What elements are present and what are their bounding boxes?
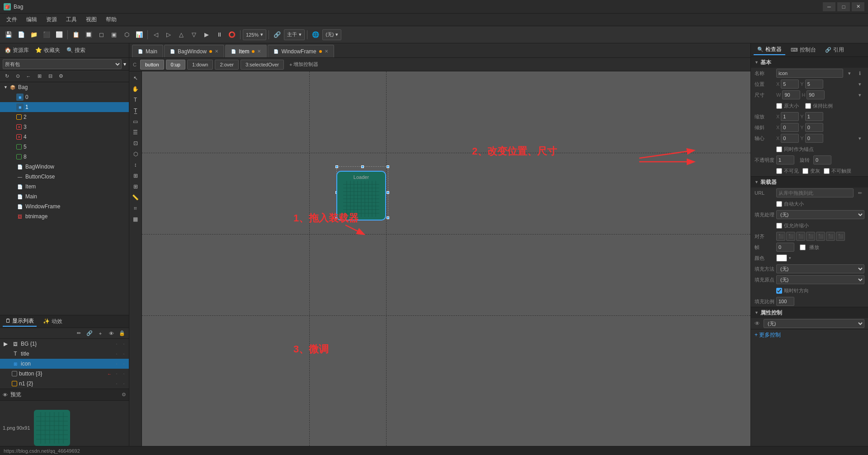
fill-method-select[interactable]: (无): [776, 264, 864, 273]
tree-item-btnimage[interactable]: 🖼 btnimage: [0, 211, 129, 221]
tool-frame[interactable]: ⊡: [131, 138, 141, 148]
tree-item-1[interactable]: ◼ 1: [0, 102, 129, 112]
scale-x-input[interactable]: [781, 112, 799, 121]
tool-scroll[interactable]: ↕: [131, 160, 141, 170]
tree-item-bagwindow[interactable]: 📄 BagWindow: [0, 162, 129, 172]
frame-input[interactable]: [776, 243, 794, 252]
pos-y-input[interactable]: [805, 80, 823, 89]
dl-bg-btn1[interactable]: ·: [113, 341, 120, 347]
name-info-btn[interactable]: ℹ: [856, 69, 865, 78]
position-dropdown-btn[interactable]: ▾: [855, 80, 864, 89]
tb-save[interactable]: 💾: [3, 29, 14, 41]
tb-arrow-right[interactable]: ▷: [163, 29, 175, 41]
tree-item-3[interactable]: ✕ 3: [0, 122, 129, 132]
tool-ruler[interactable]: 📏: [131, 192, 141, 202]
tree-item-4[interactable]: ✕ 4: [0, 132, 129, 142]
lt-settings[interactable]: ⚙: [56, 72, 66, 81]
tool-more[interactable]: ▦: [131, 214, 141, 224]
color-arrow-icon[interactable]: ▾: [789, 256, 791, 260]
tree-item-main[interactable]: 📄 Main: [0, 192, 129, 202]
skew-x-input[interactable]: [781, 123, 799, 132]
pivot-x-input[interactable]: [781, 134, 799, 143]
rt-tab-console[interactable]: ⌨ 控制台: [787, 45, 820, 55]
fill-handling-select[interactable]: (无): [776, 210, 864, 219]
tree-item-0[interactable]: ◼ 0: [0, 92, 129, 102]
menu-view[interactable]: 视图: [81, 15, 101, 24]
dl-edit[interactable]: ✏: [74, 329, 84, 338]
zoom-dropdown[interactable]: 125% ▾: [243, 29, 266, 40]
tool-crop[interactable]: ⌗: [131, 203, 141, 213]
align-vmid[interactable]: ⬛: [816, 232, 825, 241]
tb-btn10[interactable]: 📊: [133, 29, 145, 41]
tb-open[interactable]: 📁: [28, 29, 40, 41]
play-checkbox[interactable]: [800, 244, 806, 250]
skew-y-input[interactable]: [805, 123, 823, 132]
align-center[interactable]: ⬛: [786, 232, 795, 241]
tree-item-8[interactable]: 8: [0, 152, 129, 162]
opacity-input[interactable]: [776, 155, 794, 164]
lt-layout1[interactable]: ⊞: [34, 72, 44, 81]
original-size-checkbox[interactable]: [776, 103, 782, 109]
lt-refresh[interactable]: ↻: [2, 72, 12, 81]
dl-item-icon[interactable]: ⊞ icon · ·: [0, 359, 129, 369]
dl-item-title[interactable]: T title · ·: [0, 349, 129, 359]
pivot-y-input[interactable]: [805, 134, 823, 143]
tb-save3[interactable]: ⬜: [53, 29, 65, 41]
menu-tools[interactable]: 工具: [61, 15, 81, 24]
state-1[interactable]: 1:down: [187, 60, 213, 70]
basic-section-header[interactable]: ▼ 基本: [751, 57, 868, 68]
dl-icon-btn1[interactable]: ·: [113, 361, 120, 367]
clockwise-checkbox[interactable]: [776, 288, 782, 294]
fill-origin-select[interactable]: (无): [776, 275, 864, 284]
more-controls-btn[interactable]: + 更多控制: [755, 331, 781, 339]
tab-animation[interactable]: ✨ 动效: [40, 317, 65, 326]
align-top[interactable]: ⬛: [806, 232, 815, 241]
handle-br[interactable]: [387, 216, 389, 219]
preview-settings-icon[interactable]: ⚙: [122, 392, 126, 398]
dl-item-bg[interactable]: ▶ 🖼 BG {1} · ·: [0, 339, 129, 349]
minimize-button[interactable]: ─: [823, 2, 835, 11]
branch-dropdown[interactable]: 主干 ▾: [284, 29, 305, 40]
tb-btn5[interactable]: 📋: [70, 29, 82, 41]
tree-item-2[interactable]: 2: [0, 112, 129, 122]
attr-visible-select[interactable]: (无): [764, 319, 864, 328]
menu-edit[interactable]: 编辑: [22, 15, 42, 24]
tool-list[interactable]: ☰: [131, 127, 141, 137]
handle-tl[interactable]: [335, 165, 338, 168]
tab-main[interactable]: 📄 Main: [132, 45, 163, 57]
pivot-dropdown-btn[interactable]: ▾: [855, 134, 864, 143]
url-input[interactable]: [776, 188, 854, 197]
color-swatch[interactable]: [776, 254, 787, 262]
tool-shape[interactable]: ▭: [131, 117, 141, 127]
rotate-input[interactable]: [813, 155, 831, 164]
assets-tab[interactable]: 🏠 资源库: [3, 46, 31, 55]
grayed-checkbox[interactable]: [802, 168, 808, 174]
tb-arrow-up[interactable]: △: [175, 29, 187, 41]
tab-display-list[interactable]: 🗒 显示列表: [3, 316, 37, 327]
tree-item-item[interactable]: 📄 Item: [0, 182, 129, 192]
tab-windowframe[interactable]: 📄 WindowFrame ✕: [268, 45, 334, 57]
close-button[interactable]: ✕: [852, 2, 864, 11]
state-0[interactable]: 0:up: [166, 60, 185, 70]
favorites-tab[interactable]: ⭐ 收藏夹: [33, 46, 61, 55]
tb-link[interactable]: 🔗: [271, 29, 283, 41]
state-2[interactable]: 2:over: [215, 60, 239, 70]
tool-text2[interactable]: T̲: [131, 106, 141, 116]
align-right[interactable]: ⬛: [796, 232, 805, 241]
tb-play[interactable]: ▶: [201, 29, 212, 41]
menu-help[interactable]: 帮助: [101, 15, 121, 24]
dl-title-btn1[interactable]: ·: [113, 351, 120, 357]
tb-new[interactable]: 📄: [15, 29, 27, 41]
dl-n1-btn2[interactable]: ·: [121, 380, 127, 387]
tree-item-windowframe[interactable]: 📄 WindowFrame: [0, 202, 129, 211]
handle-tc[interactable]: [361, 165, 364, 168]
menu-file[interactable]: 文件: [2, 15, 22, 24]
dl-title-btn2[interactable]: ·: [121, 351, 127, 357]
dl-add[interactable]: +: [95, 329, 105, 338]
maximize-button[interactable]: □: [837, 2, 850, 11]
lt-back[interactable]: ←: [24, 72, 33, 81]
tree-item-buttonclose[interactable]: — ButtonClose: [0, 172, 129, 182]
tool-hand[interactable]: ✋: [131, 84, 141, 94]
dl-button-btn2[interactable]: ·: [121, 371, 127, 377]
scale-y-input[interactable]: [805, 112, 823, 121]
